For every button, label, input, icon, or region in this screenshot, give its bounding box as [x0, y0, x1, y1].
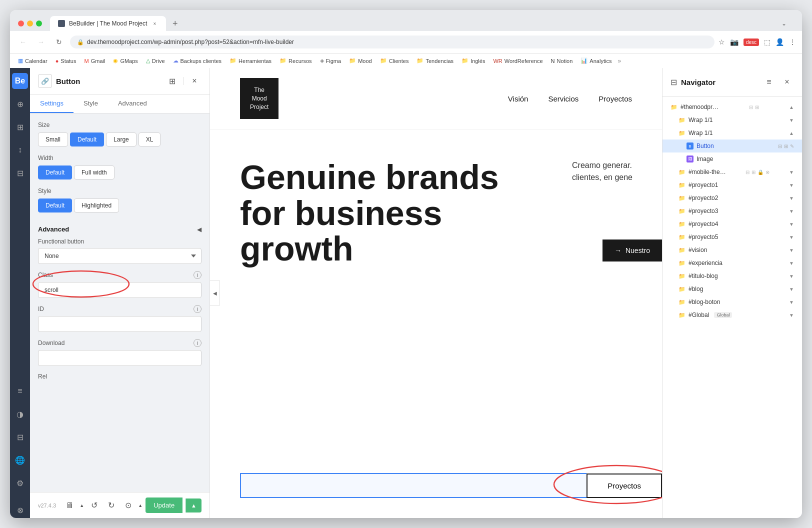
- chevron-down-icon[interactable]: ▼: [789, 196, 794, 201]
- tab-advanced[interactable]: Advanced: [108, 94, 157, 113]
- action-icon-1[interactable]: ⊟: [749, 104, 753, 110]
- bookmark-clientes[interactable]: 📁 Clientes: [378, 56, 411, 65]
- settings-icon[interactable]: ⚙: [12, 475, 28, 491]
- back-button[interactable]: ←: [16, 35, 30, 49]
- nav-item-wrap-2[interactable]: 📁 Wrap 1/1 ▲: [662, 126, 802, 140]
- tab-style[interactable]: Style: [74, 94, 108, 113]
- chevron-down-icon[interactable]: ▼: [789, 312, 794, 318]
- chevron-down-icon[interactable]: ▼: [789, 260, 794, 266]
- chevron-down-icon[interactable]: ▼: [789, 300, 794, 305]
- star-icon[interactable]: ☆: [718, 38, 725, 46]
- id-info-icon[interactable]: i: [194, 305, 202, 313]
- action-icon-2[interactable]: ⊞: [755, 104, 759, 110]
- nav-item-proyecto3[interactable]: 📁 #proyecto3 ▼: [662, 204, 802, 218]
- refresh-button[interactable]: ↻: [52, 35, 66, 49]
- chevron-down-icon[interactable]: ▼: [789, 286, 794, 292]
- redo-btn[interactable]: ↻: [104, 498, 118, 512]
- nav-link-proyectos[interactable]: Proyectos: [598, 94, 632, 103]
- chevron-down-icon[interactable]: ▼: [789, 234, 794, 240]
- nav-item-vision[interactable]: 📁 #vision ▼: [662, 244, 802, 256]
- cta-button[interactable]: → Nuestro: [602, 240, 662, 262]
- minimize-traffic-light[interactable]: [27, 20, 33, 26]
- action-icon-1[interactable]: ⊟: [746, 170, 750, 175]
- bookmark-wordreference[interactable]: WR WordReference: [491, 57, 544, 65]
- sliders-icon[interactable]: ⊟: [12, 429, 28, 445]
- profile-icon[interactable]: 👤: [776, 38, 784, 46]
- nav-item-proyecto1[interactable]: 📁 #proyecto1 ▼: [662, 178, 802, 192]
- bookmark-drive[interactable]: △ Drive: [144, 56, 167, 65]
- tab-close-btn[interactable]: ×: [151, 20, 158, 27]
- bookmark-figma[interactable]: ◈ Figma: [318, 56, 344, 65]
- style-highlighted-btn[interactable]: Highlighted: [74, 198, 119, 212]
- bookmark-mood[interactable]: 📁 Mood: [347, 56, 374, 65]
- bookmark-herramientas[interactable]: 📁 Herramientas: [228, 56, 274, 65]
- size-small-btn[interactable]: Small: [38, 132, 68, 146]
- style-default-btn[interactable]: Default: [38, 198, 72, 212]
- tab-settings[interactable]: Settings: [30, 94, 74, 113]
- chevron-down-icon[interactable]: ▼: [789, 182, 794, 188]
- action-icon-4[interactable]: ⊗: [766, 170, 770, 175]
- chevron-down-icon[interactable]: ▼: [789, 170, 794, 175]
- bookmark-recursos[interactable]: 📁 Recursos: [278, 56, 314, 65]
- width-default-btn[interactable]: Default: [38, 166, 72, 180]
- desc-icon[interactable]: desc: [744, 38, 759, 46]
- collapse-panel-btn[interactable]: ◀: [210, 280, 220, 306]
- id-input[interactable]: [38, 316, 202, 332]
- action-icon-3[interactable]: 🔒: [758, 170, 764, 175]
- nav-item-experiencia[interactable]: 📁 #experiencia ▼: [662, 256, 802, 270]
- nav-link-vision[interactable]: Visión: [508, 94, 528, 103]
- nav-item-wrap-1[interactable]: 📁 Wrap 1/1 ▼: [662, 114, 802, 126]
- bookmark-calendar[interactable]: ▦ Calendar: [16, 56, 50, 65]
- active-tab[interactable]: BeBuilder | The Mood Project ×: [50, 16, 166, 31]
- advanced-toggle[interactable]: Advanced ◀: [38, 220, 202, 238]
- nav-item-blog[interactable]: 📁 #blog ▼: [662, 282, 802, 296]
- bookmark-analytics[interactable]: 📊 Analytics: [578, 56, 614, 65]
- bookmark-notion[interactable]: N Notion: [549, 57, 575, 65]
- layers-icon[interactable]: ≡: [12, 383, 28, 399]
- link-button[interactable]: 🔗: [38, 74, 52, 88]
- chevron-down-icon[interactable]: ▼: [789, 222, 794, 227]
- new-tab-button[interactable]: +: [168, 16, 182, 30]
- undo-btn[interactable]: ↺: [87, 498, 101, 512]
- chevron-up-icon[interactable]: ▲: [789, 130, 794, 136]
- address-bar[interactable]: 🔒 dev.themoodproject.com/wp-admin/post.p…: [70, 36, 714, 48]
- window-control[interactable]: ⌄: [774, 20, 794, 27]
- desktop-view-btn[interactable]: 🖥: [62, 498, 76, 512]
- screenshot-icon[interactable]: ⬚: [764, 38, 770, 46]
- nav-item-mobile-the[interactable]: 📁 #mobile-the… ⊟ ⊞ 🔒 ⊗ ▼: [662, 166, 802, 178]
- nav-item-proyecto2[interactable]: 📁 #proyecto2 ▼: [662, 192, 802, 204]
- nav-item-themoodpr[interactable]: 📁 #themoodpr… ⊟ ⊞ ▲: [662, 100, 802, 114]
- nav-link-servicios[interactable]: Servicios: [548, 94, 578, 103]
- history-icon[interactable]: ◑: [12, 406, 28, 422]
- size-xl-btn[interactable]: XL: [138, 132, 161, 146]
- class-input[interactable]: [38, 282, 202, 298]
- nav-item-proyecto4[interactable]: 📁 #proyecto4 ▼: [662, 218, 802, 230]
- arrows-icon[interactable]: ↕: [12, 142, 28, 158]
- chevron-up-icon[interactable]: ▲: [789, 104, 794, 110]
- focus-btn[interactable]: ⊙: [121, 498, 135, 512]
- close-navigator-btn[interactable]: ×: [780, 75, 794, 89]
- close-traffic-light[interactable]: [18, 20, 24, 26]
- more-bookmarks[interactable]: »: [618, 58, 621, 64]
- forward-button[interactable]: →: [34, 35, 48, 49]
- action-icon-2[interactable]: ⊞: [784, 144, 788, 149]
- wp-icon[interactable]: ⊗: [12, 502, 28, 518]
- size-large-btn[interactable]: Large: [106, 132, 136, 146]
- nav-item-global[interactable]: 📁 #Global Global ▼: [662, 308, 802, 322]
- proyectos-button[interactable]: Proyectos: [586, 474, 662, 498]
- menu-icon[interactable]: ⋮: [789, 38, 796, 46]
- update-button[interactable]: Update: [146, 498, 182, 513]
- functional-button-select[interactable]: None: [38, 248, 202, 264]
- width-fullwidth-btn[interactable]: Full width: [74, 166, 114, 180]
- bookmark-ingles[interactable]: 📁 Inglés: [460, 56, 487, 65]
- nav-item-image[interactable]: 🖼 Image: [662, 152, 802, 166]
- grid-icon[interactable]: ⊞: [12, 119, 28, 135]
- close-panel-btn[interactable]: ×: [188, 74, 202, 88]
- update-dropdown-btn[interactable]: ▲: [186, 498, 202, 512]
- add-element-icon[interactable]: ⊕: [12, 96, 28, 112]
- bookmark-gmail[interactable]: M Gmail: [82, 57, 107, 65]
- bookmark-status[interactable]: ● Status: [54, 57, 78, 65]
- action-icon-2[interactable]: ⊞: [752, 170, 756, 175]
- size-default-btn[interactable]: Default: [70, 132, 104, 146]
- list-view-btn[interactable]: ≡: [762, 75, 776, 89]
